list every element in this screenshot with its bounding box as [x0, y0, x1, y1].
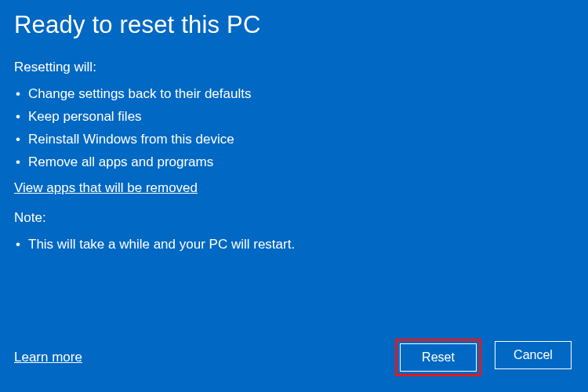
page-title: Ready to reset this PC [14, 11, 574, 39]
button-row: Reset Cancel [395, 339, 574, 376]
footer: Learn more Reset Cancel [14, 339, 574, 376]
learn-more-link[interactable]: Learn more [14, 350, 82, 365]
reset-button[interactable]: Reset [400, 343, 477, 372]
note-list: This will take a while and your PC will … [14, 234, 574, 256]
reset-button-highlight: Reset [395, 339, 481, 376]
resetting-list: Change settings back to their defaults K… [14, 83, 574, 174]
list-item: Remove all apps and programs [14, 151, 574, 174]
list-item: Change settings back to their defaults [14, 83, 574, 106]
cancel-button[interactable]: Cancel [495, 341, 572, 369]
resetting-section: Resetting will: Change settings back to … [14, 60, 574, 196]
note-heading: Note: [14, 210, 574, 226]
list-item: Keep personal files [14, 106, 574, 129]
note-section: Note: This will take a while and your PC… [14, 210, 574, 256]
view-apps-link[interactable]: View apps that will be removed [14, 180, 198, 196]
resetting-heading: Resetting will: [14, 60, 574, 75]
list-item: This will take a while and your PC will … [14, 234, 574, 256]
list-item: Reinstall Windows from this device [14, 129, 574, 151]
cancel-button-wrap: Cancel [492, 339, 574, 376]
